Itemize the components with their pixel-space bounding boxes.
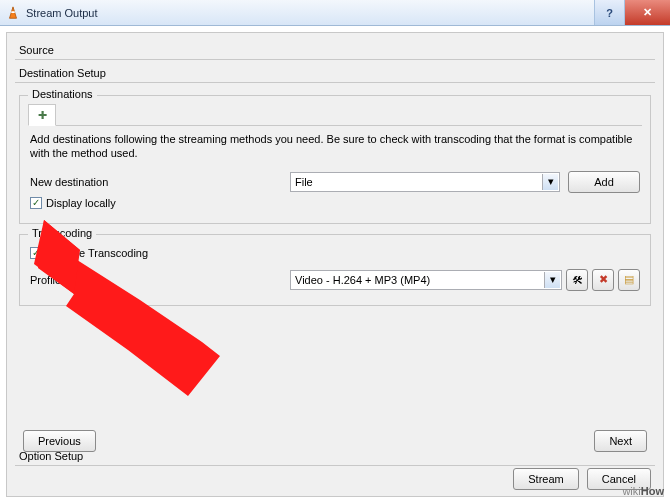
destinations-legend: Destinations bbox=[28, 88, 97, 100]
display-locally-label: Display locally bbox=[46, 197, 116, 209]
plus-icon: ✚ bbox=[38, 109, 47, 121]
chevron-down-icon: ▾ bbox=[542, 174, 558, 190]
new-destination-select[interactable]: File ▾ bbox=[290, 172, 560, 192]
window-title: Stream Output bbox=[26, 7, 594, 19]
edit-profile-button[interactable]: 🛠 bbox=[566, 269, 588, 291]
activate-transcoding-checkbox[interactable]: ✓ Activate Transcoding bbox=[30, 247, 148, 259]
stream-button[interactable]: Stream bbox=[513, 468, 578, 490]
profile-label: Profile bbox=[30, 274, 290, 286]
section-option-setup[interactable]: Option Setup bbox=[15, 447, 655, 466]
delete-profile-button[interactable]: ✖ bbox=[592, 269, 614, 291]
vlc-icon bbox=[6, 6, 20, 20]
checkmark-icon: ✓ bbox=[30, 197, 42, 209]
wrench-icon: 🛠 bbox=[572, 274, 583, 286]
delete-icon: ✖ bbox=[599, 273, 608, 286]
window-titlebar: Stream Output ? ✕ bbox=[0, 0, 670, 26]
add-destination-tab[interactable]: ✚ bbox=[28, 104, 56, 126]
activate-transcoding-label: Activate Transcoding bbox=[46, 247, 148, 259]
transcoding-group: Transcoding ✓ Activate Transcoding Profi… bbox=[19, 234, 651, 306]
svg-rect-1 bbox=[11, 11, 15, 13]
section-destination-setup[interactable]: Destination Setup bbox=[15, 64, 655, 83]
add-button[interactable]: Add bbox=[568, 171, 640, 193]
display-locally-checkbox[interactable]: ✓ Display locally bbox=[30, 197, 116, 209]
destinations-group: Destinations ✚ Add destinations followin… bbox=[19, 95, 651, 224]
new-profile-button[interactable]: ▤ bbox=[618, 269, 640, 291]
checkmark-icon: ✓ bbox=[30, 247, 42, 259]
transcoding-legend: Transcoding bbox=[28, 227, 96, 239]
close-button[interactable]: ✕ bbox=[624, 0, 670, 25]
section-source[interactable]: Source bbox=[15, 41, 655, 60]
dialog-body: Source Destination Setup Destinations ✚ … bbox=[6, 32, 664, 497]
chevron-down-icon: ▾ bbox=[544, 272, 560, 288]
watermark: wikiHow bbox=[622, 483, 664, 499]
destinations-tabstrip: ✚ bbox=[28, 104, 642, 126]
help-button[interactable]: ? bbox=[594, 0, 624, 25]
profile-value: Video - H.264 + MP3 (MP4) bbox=[295, 274, 430, 286]
destinations-description: Add destinations following the streaming… bbox=[30, 132, 640, 161]
profile-select[interactable]: Video - H.264 + MP3 (MP4) ▾ bbox=[290, 270, 562, 290]
new-destination-value: File bbox=[295, 176, 313, 188]
new-icon: ▤ bbox=[624, 273, 634, 286]
new-destination-label: New destination bbox=[30, 176, 290, 188]
